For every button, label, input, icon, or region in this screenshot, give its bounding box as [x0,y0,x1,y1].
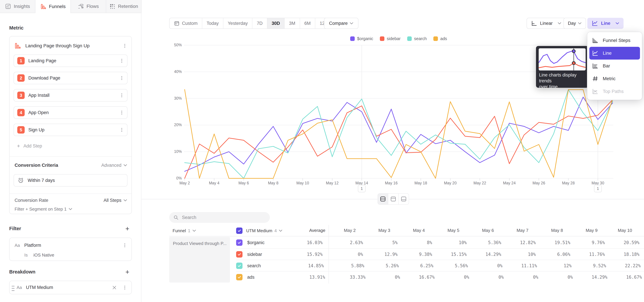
table-row-search: search 14.85% 5.88%5.26%6.25%5.56%0%11.1… [236,260,644,272]
cell-value: 14.29% [467,252,501,257]
layout-split-view-icon [380,196,386,202]
add-breakdown-button[interactable]: + [126,270,129,274]
annotation-badge[interactable]: 1 [594,185,602,192]
range-3m[interactable]: 3M [284,18,300,28]
step-kebab-icon[interactable] [118,126,125,133]
step-number-badge: 3 [17,92,25,99]
step-kebab-icon[interactable] [118,109,125,116]
conversion-rate-dropdown[interactable]: All Steps [104,198,127,203]
legend-swatch [350,36,355,41]
date-column-header: May 4 [393,228,425,233]
legend-item-ads[interactable]: ads [433,36,447,41]
table-row-ads: ads 13.91% 33.33%0%16.67%0%0%0%0%14.29%1… [236,271,644,283]
cell-value: 11.76% [570,252,605,257]
interval-dropdown[interactable]: Day [564,18,586,29]
layout-split-view[interactable] [378,194,388,204]
scale-label: Linear [540,21,552,26]
funnel-column-header[interactable]: Funnel 1 [172,226,196,236]
cell-value: 0% [468,263,502,268]
metric-card-header: Landing Page through Sign Up [14,42,128,50]
chevron-down-icon[interactable] [279,230,282,232]
legend-item-$organic[interactable]: $organic [350,36,373,41]
average-value: 15.92% [284,252,323,257]
step-kebab-icon[interactable] [118,92,125,99]
range-today[interactable]: Today [202,18,224,28]
funnel-step-5[interactable]: 5 Sign Up [14,124,128,136]
menu-item-line[interactable]: Line [589,47,640,60]
filter-segment-label: Filter + Segment on Step 1 [14,206,66,212]
legend-item-search[interactable]: search [407,36,427,41]
y-tick-label: 20% [160,123,182,127]
select-all-checkbox[interactable] [236,228,242,234]
tab-retention[interactable]: Retention [106,0,142,13]
filter-segment-dropdown[interactable]: Filter + Segment on Step 1 [14,206,72,212]
range-6m[interactable]: 6M [300,18,316,28]
metric-icon [592,76,598,82]
range-yesterday[interactable]: Yesterday [224,18,252,28]
funnel-step-3[interactable]: 3 App Install [14,89,128,102]
range-custom[interactable]: Custom [170,18,202,28]
menu-item-bar[interactable]: Bar [587,60,642,72]
close-icon[interactable] [112,285,117,290]
step-number-badge: 2 [17,74,25,82]
menu-item-metric[interactable]: Metric [587,72,642,85]
cell-value: 9.76% [570,240,605,245]
scale-dropdown[interactable]: Linear [526,18,566,29]
conversion-criteria-row: Conversion Criteria Advanced [14,162,127,168]
legend-item-sidebar[interactable]: sidebar [380,36,400,41]
table-row-sidebar: sidebar 15.92% 0%12.9%9.38%15.15%14.29%1… [236,248,644,260]
cell-value: 10% [501,252,536,257]
conversion-criteria-heading: Conversion Criteria [14,162,101,168]
add-filter-button[interactable]: + [126,226,129,231]
filter-operator[interactable]: Is [24,252,28,258]
funnel-step-2[interactable]: 2 Download Page [14,72,128,84]
conversion-window-button[interactable]: Within 7 days [14,174,128,186]
range-7d[interactable]: 7D [252,18,267,28]
step-kebab-icon[interactable] [118,75,125,81]
table-search[interactable] [169,212,270,223]
tab-funnels[interactable]: Funnels [36,0,71,13]
filter-kebab-icon[interactable] [122,242,128,249]
advanced-label: Advanced [101,163,122,168]
x-tick-label: May 10 [291,181,314,186]
add-step-button[interactable]: + Add Step [17,141,42,151]
advanced-dropdown[interactable]: Advanced [101,163,127,168]
row-checkbox[interactable] [236,240,242,246]
funnel-step-4[interactable]: 4 App Open [14,106,128,119]
filter-value[interactable]: iOS Native [33,252,54,258]
breakdown-kebab-icon[interactable] [122,284,128,291]
row-checkbox[interactable] [236,251,242,258]
tooltip-mini-chart [539,48,586,70]
drag-handle-icon[interactable] [11,285,15,290]
layout-table-only[interactable] [399,194,409,204]
funnel-step-1[interactable]: 1 Landing Page [14,54,128,67]
conversion-rate-row: Conversion Rate All Steps [14,198,127,203]
step-kebab-icon[interactable] [118,58,125,64]
filter-card[interactable]: Aa Platform Is iOS Native [9,238,132,261]
chart-type-dropdown[interactable]: Line [587,18,624,29]
compare-button[interactable]: Compare [324,18,358,29]
date-column-header: May 8 [531,228,563,233]
tab-flows[interactable]: Flows [71,0,106,13]
x-tick-label: May 16 [380,181,403,186]
chevron-down-icon [578,22,582,25]
menu-item-funnel-steps[interactable]: Funnel Steps [587,34,642,47]
x-tick-label: May 6 [232,181,256,186]
funnels-page: InsightsFunnelsFlowsRetention Metric Lan… [0,0,644,302]
metric-heading: Metric [9,25,24,31]
row-checkbox[interactable] [236,262,242,269]
breakdown-card[interactable]: Aa UTM Medium [9,281,132,294]
funnel-col-count: 1 [188,228,190,234]
funnel-name-cell[interactable]: Product Viewed through P... [169,237,230,282]
layout-chart-only[interactable] [388,194,399,204]
cell-value: 8% [398,240,432,245]
metric-kebab-icon[interactable] [122,42,128,49]
range-30d[interactable]: 30D [267,18,285,28]
annotation-badge[interactable]: 1 [358,185,366,192]
cell-value: 12.82% [501,240,536,245]
search-input[interactable] [182,215,266,220]
tab-insights[interactable]: Insights [0,0,36,13]
date-column-header: May 9 [566,228,598,233]
row-checkbox[interactable] [236,274,242,280]
x-tick-label: May 4 [202,181,226,186]
